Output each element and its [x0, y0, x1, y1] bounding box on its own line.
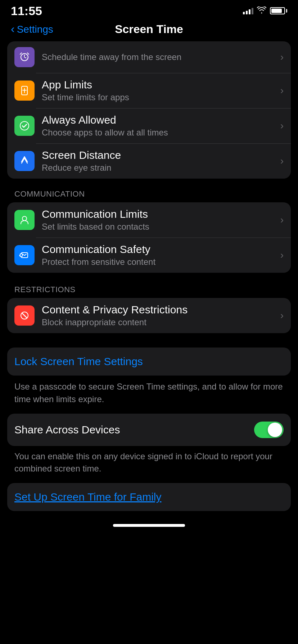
always-allowed-subtitle: Choose apps to allow at all times [42, 128, 280, 138]
toggle-thumb [268, 423, 282, 437]
app-limits-subtitle: Set time limits for apps [42, 92, 280, 102]
back-label: Settings [17, 24, 53, 35]
app-limits-icon [14, 80, 35, 101]
screen-distance-icon [14, 151, 35, 171]
share-across-devices-toggle[interactable] [254, 422, 284, 438]
nav-header: ‹ Settings Screen Time [0, 19, 298, 41]
communication-card: Communication Limits Set limits based on… [7, 202, 291, 273]
communication-limits-text: Communication Limits Set limits based on… [42, 208, 280, 232]
content-privacy-text: Content & Privacy Restrictions Block ina… [42, 304, 280, 327]
downtime-text: Schedule time away from the screen [42, 52, 280, 62]
chevron-right-icon: › [280, 249, 284, 261]
always-allowed-text: Always Allowed Choose apps to allow at a… [42, 114, 280, 138]
communication-section: COMMUNICATION Communication Limits Set l… [7, 179, 291, 273]
chevron-right-icon: › [280, 155, 284, 167]
status-icons [243, 6, 287, 15]
chevron-right-icon: › [280, 120, 284, 132]
screen-distance-text: Screen Distance Reduce eye strain [42, 149, 280, 173]
share-across-devices-row: Share Across Devices [7, 414, 291, 446]
app-limits-row[interactable]: App Limits Set time limits for apps › [7, 73, 291, 108]
chevron-right-icon: › [280, 310, 284, 321]
communication-section-label: COMMUNICATION [7, 179, 291, 202]
status-time: 11:55 [11, 4, 42, 18]
back-button[interactable]: ‹ Settings [11, 23, 53, 36]
communication-limits-row[interactable]: Communication Limits Set limits based on… [7, 202, 291, 238]
chevron-right-icon: › [280, 51, 284, 63]
status-bar: 11:55 [0, 0, 298, 19]
always-allowed-title: Always Allowed [42, 114, 280, 126]
lock-settings-section: Lock Screen Time Settings Use a passcode… [7, 348, 291, 413]
back-chevron-icon: ‹ [11, 22, 15, 36]
home-indicator [0, 518, 298, 533]
communication-safety-icon [14, 245, 35, 265]
lock-settings-button[interactable]: Lock Screen Time Settings [7, 348, 291, 376]
lock-settings-card: Lock Screen Time Settings [7, 348, 291, 376]
always-allowed-icon [14, 116, 35, 136]
content-privacy-row[interactable]: Content & Privacy Restrictions Block ina… [7, 298, 291, 333]
content-privacy-title: Content & Privacy Restrictions [42, 304, 280, 316]
screen-distance-row[interactable]: Screen Distance Reduce eye strain › [7, 143, 291, 179]
downtime-row[interactable]: Schedule time away from the screen › [7, 41, 291, 73]
downtime-subtitle: Schedule time away from the screen [42, 52, 280, 62]
app-limits-text: App Limits Set time limits for apps [42, 79, 280, 102]
restrictions-section-label: RESTRICTIONS [7, 275, 291, 298]
communication-safety-title: Communication Safety [42, 243, 280, 256]
share-across-devices-section: Share Across Devices You can enable this… [7, 414, 291, 483]
communication-safety-subtitle: Protect from sensitive content [42, 257, 280, 267]
screen-distance-title: Screen Distance [42, 149, 280, 161]
content-privacy-subtitle: Block inappropriate content [42, 317, 280, 327]
downtime-icon [14, 47, 35, 67]
communication-limits-icon [14, 210, 35, 230]
communication-safety-row[interactable]: Communication Safety Protect from sensit… [7, 238, 291, 273]
content-privacy-icon [14, 305, 35, 326]
page-title: Screen Time [115, 23, 183, 36]
lock-settings-description: Use a passcode to secure Screen Time set… [7, 376, 291, 413]
share-across-devices-description: You can enable this on any device signed… [7, 447, 291, 483]
communication-limits-title: Communication Limits [42, 208, 280, 220]
screen-distance-subtitle: Reduce eye strain [42, 163, 280, 173]
setup-family-section: Set Up Screen Time for Family [7, 483, 291, 511]
svg-point-3 [22, 216, 27, 221]
communication-limits-subtitle: Set limits based on contacts [42, 222, 280, 232]
svg-rect-5 [20, 254, 22, 257]
lock-settings-label: Lock Screen Time Settings [14, 355, 143, 367]
setup-family-label: Set Up Screen Time for Family [14, 491, 161, 503]
setup-family-button[interactable]: Set Up Screen Time for Family [7, 483, 291, 511]
battery-icon [270, 7, 287, 14]
communication-safety-text: Communication Safety Protect from sensit… [42, 243, 280, 267]
top-partial-card: Schedule time away from the screen › App… [7, 41, 291, 179]
restrictions-section: RESTRICTIONS Content & Privacy Restricti… [7, 275, 291, 333]
always-allowed-row[interactable]: Always Allowed Choose apps to allow at a… [7, 108, 291, 143]
wifi-icon [257, 6, 266, 15]
chevron-right-icon: › [280, 214, 284, 226]
share-across-devices-card: Share Across Devices [7, 414, 291, 446]
restrictions-card: Content & Privacy Restrictions Block ina… [7, 298, 291, 333]
signal-icon [243, 7, 253, 14]
setup-family-card: Set Up Screen Time for Family [7, 483, 291, 511]
share-across-devices-label: Share Across Devices [14, 424, 120, 436]
app-limits-title: App Limits [42, 79, 280, 91]
svg-point-2 [20, 121, 29, 130]
chevron-right-icon: › [280, 85, 284, 96]
home-bar [113, 524, 185, 527]
